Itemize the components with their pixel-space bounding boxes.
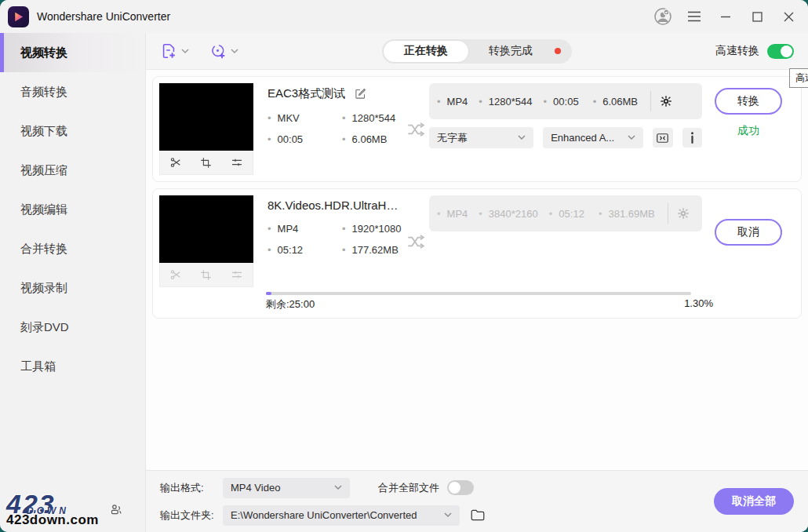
audio-track-select[interactable]: Enhanced A... — [543, 127, 643, 148]
sidebar-item-burn-dvd[interactable]: 刻录DVD — [0, 308, 145, 347]
subtitle-select[interactable]: 无字幕 — [429, 127, 533, 148]
highspeed-toggle[interactable] — [767, 44, 794, 59]
minimize-icon — [720, 11, 731, 22]
task-row-1: EAC3格式测试 MKV 1280*544 00:05 — [152, 76, 802, 182]
info-button[interactable] — [682, 128, 702, 148]
compress-button[interactable] — [653, 128, 672, 148]
sidebar-item-label: 工具箱 — [20, 359, 56, 374]
gear-icon — [659, 94, 673, 108]
convert-button[interactable]: 转换 — [715, 88, 782, 115]
account-avatar[interactable] — [651, 5, 675, 28]
app-window: Wondershare UniConverter — [0, 0, 808, 532]
rename-button[interactable] — [355, 88, 366, 100]
watermark: 423 DOWN 423down.com — [6, 494, 123, 526]
chevron-down-icon — [518, 135, 526, 140]
tab-converting[interactable]: 正在转换 — [384, 41, 468, 62]
edit-toolbar — [159, 151, 253, 175]
maximize-icon — [752, 12, 763, 22]
add-files-button[interactable] — [160, 42, 189, 60]
thumbnail-art — [159, 83, 253, 151]
target-info-box-disabled: MP4 3840*2160 05:12 381.69MB — [429, 195, 702, 231]
source-duration: 05:12 — [268, 244, 342, 256]
sidebar-item-label: 视频转换 — [20, 46, 67, 60]
highspeed-tooltip: 高速 — [789, 68, 808, 88]
target-info-box[interactable]: MP4 1280*544 00:05 6.06MB — [429, 83, 702, 119]
status-success: 成功 — [737, 124, 759, 138]
source-format: MKV — [268, 112, 342, 124]
app-title: Wondershare UniConverter — [37, 10, 170, 23]
output-folder-select[interactable]: E:\Wondershare UniConverter\Converted — [223, 505, 460, 526]
close-button[interactable] — [777, 5, 800, 28]
sidebar-item-label: 音频转换 — [20, 85, 67, 100]
gear-icon — [676, 206, 690, 220]
edit-toolbar-disabled — [159, 263, 253, 287]
merge-files-toggle[interactable] — [447, 480, 474, 495]
merge-files-group: 合并全部文件 — [378, 480, 474, 495]
divider — [668, 203, 668, 224]
sidebar: 视频转换 音频转换 视频下载 视频压缩 视频编辑 合并转换 视频录制 刻录DVD… — [0, 33, 146, 532]
task-actions: 取消 — [702, 195, 795, 287]
progress-fill — [266, 292, 271, 295]
open-folder-button[interactable] — [471, 509, 485, 521]
output-format-label: 输出格式: — [160, 481, 223, 495]
sidebar-item-video-edit[interactable]: 视频编辑 — [0, 190, 145, 229]
convert-status-tabs: 正在转换 转换完成 — [382, 39, 572, 64]
time-remaining: 剩余:25:00 — [266, 297, 315, 312]
sidebar-item-video-download[interactable]: 视频下载 — [0, 111, 145, 151]
crop-icon — [200, 157, 212, 169]
output-settings-left: 输出格式: MP4 Video 合并全部文件 输出文件夹: — [160, 478, 714, 526]
sliders-icon — [231, 156, 243, 169]
folder-icon — [471, 509, 485, 521]
task-list: EAC3格式测试 MKV 1280*544 00:05 — [146, 70, 808, 470]
shuffle-icon — [406, 231, 426, 252]
progress-labels: 剩余:25:00 1.30% — [266, 297, 777, 312]
sidebar-item-video-convert[interactable]: 视频转换 — [0, 33, 145, 72]
target-settings-button[interactable] — [659, 94, 673, 108]
cancel-all-button[interactable]: 取消全部 — [714, 488, 794, 515]
sidebar-item-video-compress[interactable]: 视频压缩 — [0, 151, 145, 190]
crop-button[interactable] — [200, 157, 212, 169]
tab-finished[interactable]: 转换完成 — [468, 41, 553, 62]
file-title-row: EAC3格式测试 — [268, 86, 402, 101]
target-size: 6.06MB — [593, 96, 638, 107]
compress-icon — [657, 133, 668, 143]
cancel-button[interactable]: 取消 — [715, 219, 782, 246]
output-format-select[interactable]: MP4 Video — [223, 478, 350, 498]
sidebar-item-audio-convert[interactable]: 音频转换 — [0, 72, 145, 111]
task-row-top: 8K.Videos.HDR.UltraHD.120FPS.Sony.Demo M… — [159, 195, 795, 287]
people-icon[interactable] — [110, 503, 123, 516]
tab-label: 转换完成 — [489, 44, 533, 58]
maximize-button[interactable] — [745, 5, 769, 28]
effects-button[interactable] — [231, 156, 243, 169]
output-settings-bar: 输出格式: MP4 Video 合并全部文件 输出文件夹: — [146, 470, 808, 532]
trim-button — [169, 268, 182, 281]
thumbnail-block — [159, 195, 253, 287]
crop-button — [200, 269, 212, 281]
scissors-icon — [169, 156, 182, 169]
output-folder-value: E:\Wondershare UniConverter\Converted — [231, 509, 417, 521]
toggle-knob — [449, 482, 460, 494]
sidebar-item-label: 视频下载 — [20, 124, 67, 139]
menu-button[interactable] — [682, 5, 706, 28]
sidebar-item-screen-record[interactable]: 视频录制 — [0, 268, 145, 308]
output-folder-label: 输出文件夹: — [160, 508, 223, 523]
load-dvd-button[interactable] — [209, 42, 238, 60]
avatar-icon — [653, 7, 672, 26]
source-duration: 00:05 — [268, 133, 342, 145]
trim-button[interactable] — [169, 156, 182, 169]
watermark-logo: 423 DOWN 423down.com — [6, 494, 99, 526]
target-duration: 00:05 — [544, 96, 579, 107]
thumbnail-art — [159, 202, 253, 256]
minimize-button[interactable] — [714, 5, 737, 28]
task-actions: 转换 成功 — [702, 83, 795, 175]
finished-badge-dot — [555, 48, 561, 54]
output-format-value: MP4 Video — [231, 482, 280, 494]
file-title-row: 8K.Videos.HDR.UltraHD.120FPS.Sony.Demo — [268, 199, 402, 212]
sidebar-item-merge-convert[interactable]: 合并转换 — [0, 229, 145, 268]
video-thumbnail-solar — [159, 83, 253, 151]
target-settings-button-disabled — [676, 206, 690, 220]
sliders-icon — [231, 268, 243, 281]
sidebar-item-toolbox[interactable]: 工具箱 — [0, 347, 145, 386]
titlebar: Wondershare UniConverter — [0, 0, 808, 33]
shuffle-icon — [406, 119, 426, 140]
